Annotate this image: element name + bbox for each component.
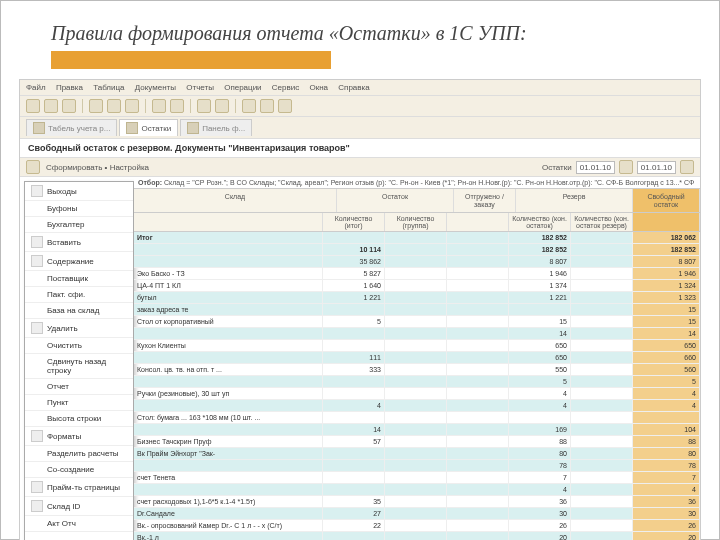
menu-edit[interactable]: Правка <box>56 83 83 92</box>
ctx-item-label: Удалить <box>47 324 78 333</box>
ctx-item-icon <box>31 430 43 442</box>
table-row[interactable]: 14169104 <box>134 424 700 436</box>
ctx-item-label: Поставщик <box>47 274 88 283</box>
menu-windows[interactable]: Окна <box>309 83 328 92</box>
copy-icon[interactable] <box>107 99 121 113</box>
ctx-item[interactable]: Акт Отч <box>25 516 133 532</box>
tab-icon <box>187 122 199 134</box>
menu-reports[interactable]: Отчеты <box>186 83 214 92</box>
table-row[interactable]: Стол от корпоративный51515 <box>134 316 700 328</box>
ctx-item-icon <box>31 322 43 334</box>
table-row[interactable]: Стол: бумага ... 163 *108 мм (10 шт. ... <box>134 412 700 424</box>
ctx-item[interactable]: Пакт. сфи. <box>25 287 133 303</box>
ctx-item[interactable]: Вставить <box>25 233 133 252</box>
table-row[interactable]: бутыл1 2211 2211 323 <box>134 292 700 304</box>
period-label: Остатки <box>542 163 572 172</box>
ctx-item[interactable]: Склад ID <box>25 497 133 516</box>
ctx-item[interactable]: Выходы <box>25 182 133 201</box>
table-row[interactable]: Dr.Сандале273030 <box>134 508 700 520</box>
ctx-item-label: Буфоны <box>47 204 77 213</box>
table-row[interactable]: 44 <box>134 484 700 496</box>
tab-2[interactable]: Панель ф... <box>180 119 252 136</box>
calendar-icon[interactable] <box>619 160 633 174</box>
ctx-item[interactable]: Со-создание <box>25 462 133 478</box>
table-row[interactable]: счет расходовых 1),1-6*5 к.1-4 *1.5т)353… <box>134 496 700 508</box>
ctx-item[interactable]: Форматы <box>25 427 133 446</box>
new-icon[interactable] <box>26 99 40 113</box>
redo-icon[interactable] <box>170 99 184 113</box>
ctx-item[interactable]: Буфоны <box>25 201 133 217</box>
slide-title: Правила формирования отчета «Остатки» в … <box>51 21 669 45</box>
ctx-item-label: Акт Отч <box>47 519 76 528</box>
table-row[interactable]: Эко Баско - ТЗ5 8271 9461 946 <box>134 268 700 280</box>
ctx-item-label: Содержание <box>47 257 94 266</box>
table-row[interactable]: Итог182 852182 062 <box>134 232 700 244</box>
menu-docs[interactable]: Документы <box>135 83 176 92</box>
ctx-item-icon <box>31 236 43 248</box>
cut-icon[interactable] <box>89 99 103 113</box>
ctx-item-icon <box>31 185 43 197</box>
zoom-icon[interactable] <box>215 99 229 113</box>
paste-icon[interactable] <box>125 99 139 113</box>
ctx-item[interactable]: Бухгалтер <box>25 217 133 233</box>
tab-icon <box>33 122 45 134</box>
ctx-item-label: Со-создание <box>47 465 94 474</box>
save-icon[interactable] <box>62 99 76 113</box>
run-icon[interactable] <box>26 160 40 174</box>
ctx-item[interactable]: Прайм-ть страницы <box>25 478 133 497</box>
table-row[interactable]: 444 <box>134 400 700 412</box>
ctx-item[interactable]: Очистить <box>25 338 133 354</box>
table-row[interactable]: 7878 <box>134 460 700 472</box>
report-subbar: Сформировать • Настройка Остатки 01.01.1… <box>20 158 700 177</box>
menu-file[interactable]: Файл <box>26 83 46 92</box>
table-row[interactable]: Вк.- опросвований Камер Dr.- С 1 л - - х… <box>134 520 700 532</box>
table-row[interactable]: Ручки (резиновые), 30 шт уп44 <box>134 388 700 400</box>
table-row[interactable]: Кухон Клиенты650650 <box>134 340 700 352</box>
underline-icon[interactable] <box>278 99 292 113</box>
table-row[interactable]: 111650660 <box>134 352 700 364</box>
ctx-item[interactable]: База на склад <box>25 303 133 319</box>
table-row[interactable]: 35 8628 8078 807 <box>134 256 700 268</box>
table-row[interactable]: Бизнес Тачскрин Пруф578888 <box>134 436 700 448</box>
ctx-item[interactable]: Отчет <box>25 379 133 395</box>
menu-table[interactable]: Таблица <box>93 83 124 92</box>
calendar-icon[interactable] <box>680 160 694 174</box>
bold-icon[interactable] <box>242 99 256 113</box>
subbar-left[interactable]: Сформировать • Настройка <box>46 163 149 172</box>
table-row[interactable]: 10 114182 852182 852 <box>134 244 700 256</box>
ctx-item[interactable]: Сдвинуть назад строку <box>25 354 133 379</box>
table-row[interactable]: счет Тенета77 <box>134 472 700 484</box>
print-icon[interactable] <box>197 99 211 113</box>
undo-icon[interactable] <box>152 99 166 113</box>
tab-1[interactable]: Остатки <box>119 119 178 136</box>
open-icon[interactable] <box>44 99 58 113</box>
tab-0[interactable]: Табель учета р... <box>26 119 117 136</box>
ctx-item-label: Высота строки <box>47 414 101 423</box>
italic-icon[interactable] <box>260 99 274 113</box>
ctx-item[interactable]: Удалить <box>25 319 133 338</box>
menu-service[interactable]: Сервис <box>272 83 299 92</box>
ctx-item[interactable]: Разделить расчеты <box>25 446 133 462</box>
ctx-item[interactable]: Поставщик <box>25 271 133 287</box>
table-row[interactable]: заказ адреса те15 <box>134 304 700 316</box>
toolbar <box>20 96 700 117</box>
table-row[interactable]: Вк.-1 л2020 <box>134 532 700 540</box>
ctx-item-label: Вставить <box>47 238 81 247</box>
menubar[interactable]: Файл Правка Таблица Документы Отчеты Опе… <box>20 80 700 96</box>
ctx-item[interactable]: Пункт <box>25 395 133 411</box>
ctx-item[interactable]: Содержание <box>25 252 133 271</box>
ctx-item[interactable]: Высота строки <box>25 411 133 427</box>
table-row[interactable]: ЦА-4 ПТ 1 КЛ1 6401 3741 324 <box>134 280 700 292</box>
ctx-item-label: Склад ID <box>47 502 80 511</box>
ctx-item-label: Бухгалтер <box>47 220 84 229</box>
menu-help[interactable]: Справка <box>338 83 369 92</box>
table-row[interactable]: Вк Прайм Эйнхорт "Зак-8080 <box>134 448 700 460</box>
date-to[interactable]: 01.01.10 <box>637 161 676 174</box>
grid-rows: Итог182 852182 06210 114182 852182 85235… <box>134 232 700 540</box>
table-row[interactable]: 1414 <box>134 328 700 340</box>
menu-ops[interactable]: Операции <box>224 83 261 92</box>
date-from[interactable]: 01.01.10 <box>576 161 615 174</box>
tab-icon <box>126 122 138 134</box>
table-row[interactable]: Консол. цв. тв. на отп. т ...333550560 <box>134 364 700 376</box>
table-row[interactable]: 55 <box>134 376 700 388</box>
